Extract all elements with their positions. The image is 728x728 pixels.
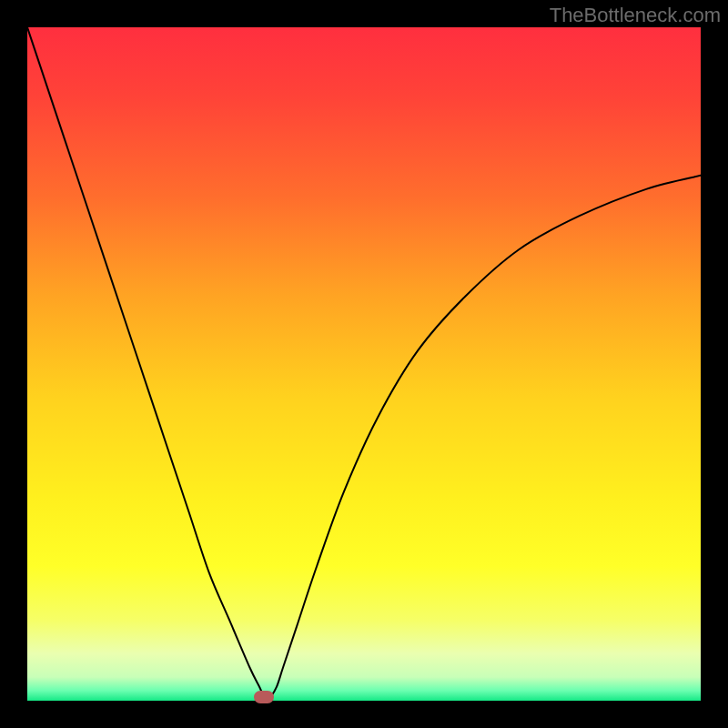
attribution-text: TheBottleneck.com <box>550 4 721 27</box>
optimal-point-marker <box>254 691 274 703</box>
plot-area <box>27 27 701 701</box>
bottleneck-curve <box>27 27 701 701</box>
